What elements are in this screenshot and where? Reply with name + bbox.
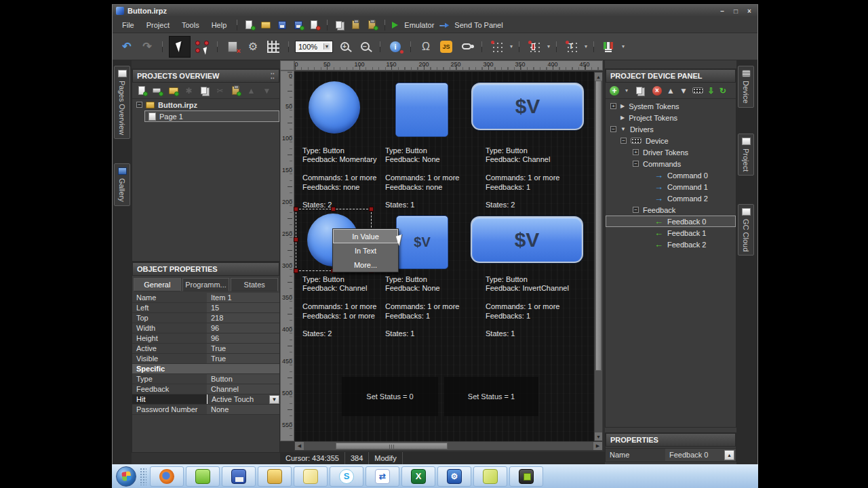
expand-icon[interactable]: + <box>633 149 639 155</box>
expand-icon[interactable]: + <box>610 103 616 109</box>
start-button[interactable] <box>116 466 136 487</box>
collapse-icon[interactable]: − <box>633 207 639 213</box>
resize-handle[interactable] <box>369 207 374 211</box>
taskbar-tools-app[interactable]: ⚙ <box>437 466 471 487</box>
paste-button[interactable] <box>350 20 362 30</box>
tab-gc-cloud[interactable]: GC Cloud <box>738 204 754 256</box>
download-button[interactable]: ⇩ <box>708 86 715 96</box>
chevron-down-icon[interactable]: ▾ <box>622 43 625 49</box>
tab-programming[interactable]: Programm... <box>182 278 230 291</box>
move-down-button[interactable]: ▼ <box>679 86 688 96</box>
tree-node-feedback-1[interactable]: ← Feedback 1 <box>606 227 736 239</box>
new-project-button[interactable] <box>243 20 256 30</box>
select-tool-button[interactable] <box>169 36 191 58</box>
tree-node-feedback-2[interactable]: ← Feedback 2 <box>606 239 736 250</box>
menu-item-in-value[interactable]: In Value <box>333 229 398 243</box>
state-colors-menu-button[interactable] <box>600 37 618 56</box>
collapse-icon[interactable]: − <box>633 161 639 167</box>
add-page-button[interactable] <box>136 85 148 96</box>
tab-project[interactable]: Project <box>738 134 754 176</box>
move-up-button[interactable]: ▲ <box>667 86 675 96</box>
taskbar-explorer[interactable] <box>258 466 292 487</box>
text-align-menu-button[interactable]: T <box>563 37 580 56</box>
cut-page-button[interactable]: ✂ <box>214 85 226 96</box>
javascript-button[interactable]: JS <box>437 37 455 56</box>
chevron-down-icon[interactable]: ▾ <box>585 43 587 49</box>
move-up-button[interactable]: ▲ <box>245 85 257 96</box>
save-as-button[interactable] <box>292 20 304 30</box>
redo-button[interactable]: ↷ <box>138 37 156 56</box>
tree-node-page[interactable]: Page 1 <box>144 110 279 122</box>
chevron-down-icon[interactable]: ▾ <box>547 43 550 49</box>
tree-node-command-2[interactable]: → Command 2 <box>606 192 736 204</box>
undo-button[interactable]: ↶ <box>118 37 136 56</box>
tree-node-drivers[interactable]: − ▼ Drivers <box>606 123 736 135</box>
horizontal-scrollbar[interactable]: ◀ ▶ <box>294 441 603 451</box>
tree-node-device[interactable]: − Device <box>606 135 736 146</box>
add-folder-button[interactable] <box>167 85 179 96</box>
vertical-scrollbar[interactable]: ▲ ▼ <box>594 72 603 441</box>
tree-node-system-tokens[interactable]: + ▶ System Tokens <box>606 100 736 112</box>
chevron-down-icon[interactable]: ▾ <box>510 43 513 49</box>
tab-device[interactable]: Device <box>738 66 754 108</box>
resize-handle[interactable] <box>331 207 336 211</box>
close-project-button[interactable] <box>309 20 321 30</box>
taskbar-notes-app[interactable] <box>473 466 507 487</box>
minimize-button[interactable]: – <box>717 7 727 15</box>
menu-help[interactable]: Help <box>206 19 233 31</box>
button-object-none[interactable] <box>395 83 448 137</box>
copy-button[interactable] <box>334 20 346 30</box>
send-to-panel-button[interactable]: Send To Panel <box>452 21 505 29</box>
taskbar-emulator-app[interactable] <box>186 466 220 487</box>
taskbar-excel[interactable]: X <box>401 466 435 487</box>
remote-icon[interactable] <box>692 87 703 94</box>
open-project-button[interactable] <box>260 20 272 30</box>
settings-button[interactable]: ⚙ <box>244 37 262 56</box>
remove-button[interactable]: × <box>652 86 662 96</box>
add-button[interactable]: + <box>610 86 619 96</box>
tab-pages-overview[interactable]: Pages Overview <box>114 66 130 139</box>
zoom-out-button[interactable]: − <box>356 37 374 56</box>
save-button[interactable] <box>276 20 288 30</box>
scroll-down-icon[interactable]: ▼ <box>595 432 602 441</box>
taskbar-save-app[interactable] <box>222 466 256 487</box>
delete-object-button[interactable]: × <box>224 37 241 56</box>
duplicate-button[interactable] <box>634 85 646 96</box>
tree-node-command-1[interactable]: → Command 1 <box>606 181 736 192</box>
button-object-invertchannel[interactable]: $V <box>471 216 583 263</box>
align-menu-button[interactable] <box>488 37 506 56</box>
scrollbar-thumb[interactable] <box>336 443 448 449</box>
move-down-button[interactable]: ▼ <box>261 85 273 96</box>
tree-node-driver-tokens[interactable]: + Driver Tokens <box>606 146 736 158</box>
menu-project[interactable]: Project <box>141 19 175 31</box>
copy-page-button[interactable] <box>199 85 210 96</box>
taskbar-camera-app[interactable] <box>509 466 543 487</box>
tab-gallery[interactable]: Gallery <box>114 163 130 206</box>
tree-node-project-tokens[interactable]: ▶ Project Tokens <box>606 112 736 123</box>
page-canvas[interactable]: $V Type: Button Feedback: Momentary Comm… <box>294 72 594 441</box>
button-object-channel[interactable]: $V <box>471 83 584 130</box>
taskbar-skype[interactable]: S <box>330 466 363 487</box>
button-object-momentary[interactable] <box>309 81 360 134</box>
dropdown-button[interactable]: ▼ <box>269 395 279 404</box>
property-row-hit[interactable]: Hit Active Touch ▼ <box>132 394 279 405</box>
tree-node-commands[interactable]: − Commands <box>606 158 736 169</box>
resize-handle[interactable] <box>294 207 298 211</box>
menu-tools[interactable]: Tools <box>176 19 205 31</box>
menu-file[interactable]: File <box>117 19 140 31</box>
tree-node-project[interactable]: − Button.irpz <box>132 99 279 110</box>
close-button[interactable]: × <box>745 7 754 15</box>
taskbar-transfer-app[interactable]: ⇄ <box>366 466 399 487</box>
zoom-in-button[interactable]: + <box>336 37 353 56</box>
token-info-button[interactable]: i <box>387 37 404 56</box>
chevron-down-icon[interactable]: ▾ <box>625 87 628 94</box>
zoom-level-select[interactable]: 100% ▾ <box>295 41 333 53</box>
collapse-icon[interactable]: − <box>620 138 627 144</box>
scrollbar-thumb[interactable] <box>595 81 601 371</box>
grid-toggle-button[interactable] <box>264 37 282 56</box>
import-page-button[interactable] <box>152 85 163 96</box>
set-status-0-button[interactable]: Set Status = 0 <box>342 377 438 416</box>
node-edit-tool-button[interactable] <box>193 37 211 56</box>
collapse-icon[interactable]: − <box>610 126 616 132</box>
position-menu-button[interactable] <box>526 37 543 56</box>
